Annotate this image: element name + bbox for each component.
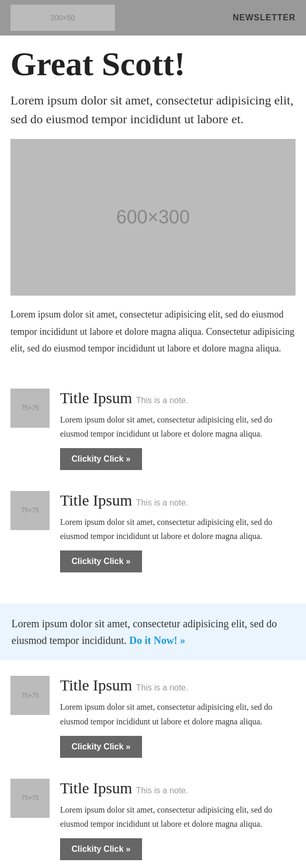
- card-body-3: Title Ipsum This is a note. Lorem ipsum …: [60, 676, 296, 757]
- card-title-3: Title Ipsum This is a note.: [60, 676, 296, 695]
- card-note-3: This is a note.: [136, 683, 189, 692]
- card-note-2: This is a note.: [136, 498, 189, 507]
- card-top-2: 75×75 Title Ipsum This is a note. Lorem …: [10, 491, 296, 572]
- card-title-4: Title Ipsum This is a note.: [60, 779, 296, 797]
- card-thumb-3: 75×75: [10, 676, 50, 715]
- card-note-4: This is a note.: [136, 786, 189, 795]
- card-thumb-1: 75×75: [10, 389, 50, 428]
- card-thumb-4: 75×75: [10, 779, 50, 818]
- card-text-1: Lorem ipsum dolor sit amet, consectetur …: [60, 413, 296, 441]
- header-nav: NEWSLETTER: [233, 13, 296, 22]
- card-bottom-2: 75×75 Title Ipsum This is a note. Lorem …: [10, 779, 296, 860]
- page-title: Great Scott!: [10, 46, 296, 83]
- card-title-2: Title Ipsum This is a note.: [60, 491, 296, 510]
- clickity-button-4[interactable]: Clickity Click »: [60, 838, 142, 860]
- cards-bottom-section: 75×75 Title Ipsum This is a note. Lorem …: [0, 665, 306, 868]
- main-content: Great Scott! Lorem ipsum dolor sit amet,…: [0, 36, 306, 383]
- card-body-1: Title Ipsum This is a note. Lorem ipsum …: [60, 389, 296, 470]
- card-text-2: Lorem ipsum dolor sit amet, consectetur …: [60, 515, 296, 543]
- hero-image: 600×300: [10, 139, 296, 296]
- card-title-1: Title Ipsum This is a note.: [60, 389, 296, 407]
- card-note-1: This is a note.: [136, 396, 189, 405]
- clickity-button-3[interactable]: Clickity Click »: [60, 736, 142, 758]
- card-text-3: Lorem ipsum dolor sit amet, consectetur …: [60, 700, 296, 728]
- card-top-1: 75×75 Title Ipsum This is a note. Lorem …: [10, 389, 296, 470]
- intro-text: Lorem ipsum dolor sit amet, consectetur …: [10, 91, 296, 128]
- card-text-4: Lorem ipsum dolor sit amet, consectetur …: [60, 803, 296, 831]
- card-body-2: Title Ipsum This is a note. Lorem ipsum …: [60, 491, 296, 572]
- logo-placeholder: 200×50: [10, 5, 115, 31]
- clickity-button-1[interactable]: Clickity Click »: [60, 448, 142, 470]
- header: 200×50 NEWSLETTER: [0, 0, 306, 36]
- card-thumb-2: 75×75: [10, 491, 50, 530]
- cta-banner: Lorem ipsum dolor sit amet, consectetur …: [0, 604, 306, 660]
- clickity-button-2[interactable]: Clickity Click »: [60, 550, 142, 572]
- card-bottom-1: 75×75 Title Ipsum This is a note. Lorem …: [10, 676, 296, 757]
- body-text: Lorem ipsum dolor sit amet, consectetur …: [10, 306, 296, 357]
- cta-link[interactable]: Do it Now! »: [130, 635, 185, 646]
- card-body-4: Title Ipsum This is a note. Lorem ipsum …: [60, 779, 296, 860]
- cards-top-section: 75×75 Title Ipsum This is a note. Lorem …: [0, 383, 306, 604]
